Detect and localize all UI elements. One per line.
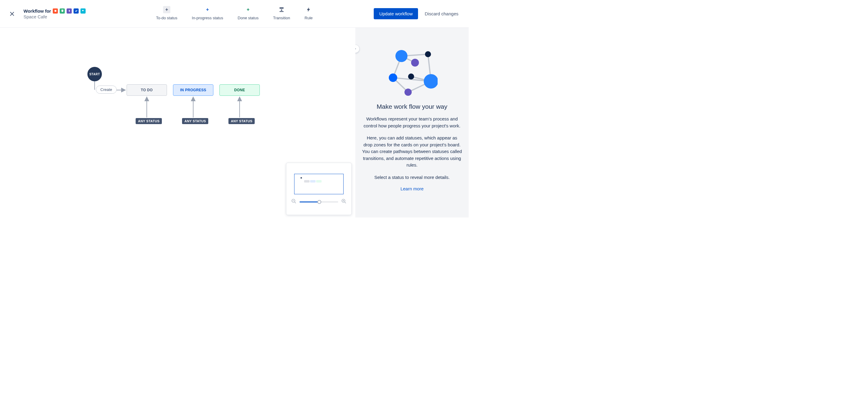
project-icon-green — [60, 8, 65, 13]
any-status-label[interactable]: ANY STATUS — [182, 118, 208, 124]
svg-rect-0 — [55, 10, 56, 12]
discard-changes-button[interactable]: Discard changes — [421, 8, 463, 19]
add-todo-status-button[interactable]: + To-do status — [156, 6, 178, 20]
close-icon — [8, 10, 16, 18]
any-status-label[interactable]: ANY STATUS — [135, 118, 162, 124]
any-status-label[interactable]: ANY STATUS — [228, 118, 255, 124]
mini-status-icon — [316, 180, 321, 182]
toolbar-label: To-do status — [156, 16, 178, 20]
learn-more-link[interactable]: Learn more — [401, 186, 424, 191]
panel-text: Select a status to reveal more details. — [362, 174, 462, 181]
start-node[interactable]: START — [87, 67, 102, 81]
svg-point-23 — [408, 73, 414, 79]
zoom-controls — [289, 199, 348, 205]
rule-icon — [305, 6, 312, 13]
close-button[interactable] — [6, 8, 18, 20]
mini-start-icon — [301, 177, 302, 179]
panel-title: Make work flow your way — [362, 103, 462, 110]
title-block: Workflow for Space Cafe — [24, 8, 86, 19]
chevron-right-icon — [355, 47, 357, 51]
toolbar-label: In-progress status — [192, 16, 223, 20]
plus-icon: + — [204, 6, 211, 13]
info-panel: Make work flow your way Workflows repres… — [355, 28, 469, 217]
project-icon-blue — [73, 8, 79, 13]
svg-line-8 — [344, 202, 346, 203]
svg-point-25 — [404, 89, 412, 96]
add-done-status-button[interactable]: + Done status — [238, 6, 258, 20]
add-in-progress-status-button[interactable]: + In-progress status — [192, 6, 223, 20]
zoom-fill — [300, 201, 318, 202]
panel-text: Workflows represent your team's process … — [362, 116, 462, 129]
status-done[interactable]: DONE — [219, 84, 260, 96]
project-icon-cyan — [81, 8, 86, 13]
zoom-in-button[interactable] — [341, 199, 347, 205]
workflow-title: Workflow for — [24, 8, 51, 13]
transition-icon — [278, 6, 285, 13]
toolbar-label: Rule — [305, 16, 313, 20]
add-rule-button[interactable]: Rule — [305, 6, 313, 20]
zoom-slider[interactable] — [300, 201, 338, 202]
title-row: Workflow for — [24, 8, 86, 13]
svg-point-24 — [424, 74, 438, 89]
status-toolbar: + To-do status + In-progress status + Do… — [156, 6, 313, 20]
mini-status-icon — [304, 180, 310, 182]
minimap-viewport[interactable] — [294, 174, 344, 194]
svg-rect-2 — [280, 7, 284, 9]
svg-point-22 — [389, 73, 397, 82]
svg-rect-3 — [280, 11, 284, 12]
svg-point-20 — [425, 51, 431, 57]
status-in-progress[interactable]: IN PROGRESS — [173, 84, 213, 96]
svg-point-21 — [411, 59, 419, 67]
zoom-handle-icon[interactable] — [317, 200, 321, 204]
create-transition[interactable]: Create — [96, 86, 117, 94]
svg-point-19 — [396, 50, 407, 62]
project-icon-purple — [67, 8, 72, 13]
minimap — [286, 163, 352, 215]
editor-header: Workflow for Space Cafe + To-do status +… — [0, 0, 469, 28]
update-workflow-button[interactable]: Update workflow — [374, 8, 418, 19]
zoom-out-button[interactable] — [291, 199, 297, 205]
header-actions: Update workflow Discard changes — [374, 8, 463, 19]
add-transition-button[interactable]: Transition — [273, 6, 290, 20]
plus-icon: + — [163, 6, 170, 13]
plus-icon: + — [244, 6, 252, 13]
svg-line-5 — [294, 202, 296, 203]
workflow-illustration — [362, 47, 462, 96]
status-todo[interactable]: TO DO — [127, 84, 167, 96]
workflow-canvas[interactable]: START Create TO DO IN PROGRESS DONE ANY … — [21, 28, 355, 217]
svg-rect-1 — [82, 10, 84, 11]
project-icon-red — [53, 8, 58, 13]
toolbar-label: Done status — [238, 16, 258, 20]
panel-text: Here, you can add statuses, which appear… — [362, 135, 462, 169]
mini-status-icon — [310, 180, 315, 182]
project-subtitle: Space Cafe — [24, 14, 86, 19]
toolbar-label: Transition — [273, 16, 290, 20]
collapse-panel-button[interactable] — [355, 44, 360, 53]
